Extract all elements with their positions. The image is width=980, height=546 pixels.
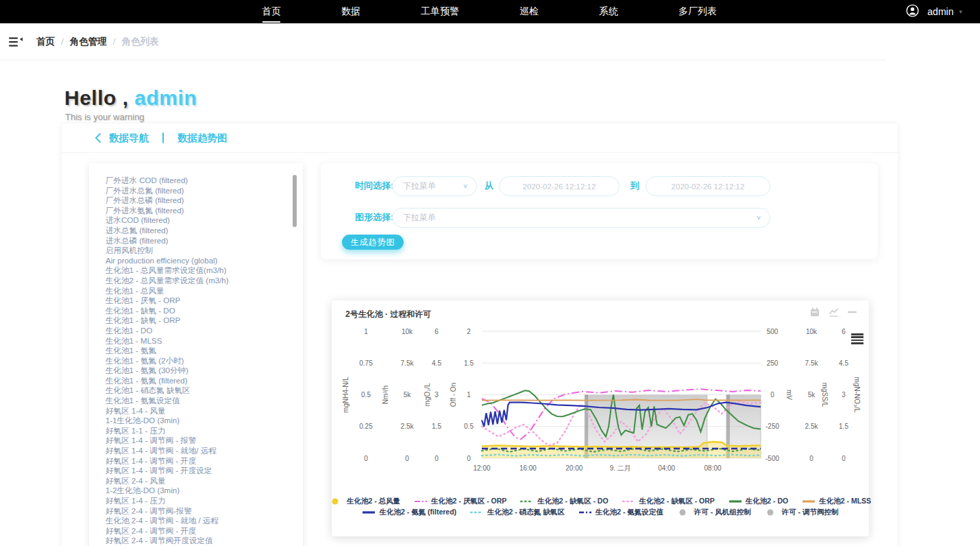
trend-icon[interactable] — [829, 308, 839, 317]
list-item[interactable]: 生化池 2-4 - 调节阀 - 就地 / 远程 — [106, 516, 303, 526]
time-range-dropdown[interactable]: 下拉菜单 ∨ — [392, 176, 477, 196]
legend-marker-icon — [677, 509, 691, 516]
user-name: admin — [927, 6, 953, 17]
svg-text:0: 0 — [467, 455, 471, 462]
time-select-label: 时间选择: — [355, 176, 393, 196]
svg-text:Off - On: Off - On — [450, 383, 457, 407]
svg-text:6: 6 — [842, 328, 846, 335]
list-item[interactable]: 1-2生化池-DO (3min) — [106, 486, 303, 496]
list-scrollbar-thumb[interactable] — [293, 175, 297, 227]
svg-text:12:00: 12:00 — [473, 464, 490, 472]
legend-marker-icon — [802, 498, 816, 505]
generate-trend-button[interactable]: 生成趋势图 — [342, 235, 404, 250]
list-item[interactable]: 生化池1 - 氨氮 (filtered) — [106, 376, 303, 386]
legend-item[interactable]: 生化池2 - 缺氧区 - ORP — [622, 497, 715, 506]
legend-marker-icon — [578, 509, 592, 516]
legend-label: 生化池2 - MLSS — [819, 497, 871, 506]
list-item[interactable]: 生化池1 - MLSS — [106, 336, 303, 346]
list-item[interactable]: 生化池1 - DO — [106, 326, 303, 336]
list-item[interactable]: 厂外进水 COD (filtered) — [106, 176, 303, 186]
list-item[interactable]: 生化池1 - 硝态氮 缺氧区 — [106, 385, 303, 396]
list-item[interactable]: Air production efficiency (global) — [106, 256, 303, 266]
svg-text:500: 500 — [767, 328, 779, 335]
legend-item[interactable]: 生化池2 - 总风量 — [330, 497, 400, 506]
graph-dropdown[interactable]: 下拉菜单 ∨ — [392, 208, 770, 228]
svg-text:0: 0 — [770, 391, 774, 399]
list-item[interactable]: 好氧区 2-4 - 调节阀开度设定值 — [106, 536, 303, 546]
svg-text:5k: 5k — [808, 391, 816, 399]
svg-text:1: 1 — [364, 328, 368, 335]
nav-item-5[interactable]: 多厂列表 — [678, 5, 717, 18]
legend-label: 生化池2 - 氨氮设定值 — [596, 508, 663, 517]
legend-item[interactable]: 生化池2 - 缺氧区 - DO — [520, 497, 608, 506]
list-item[interactable]: 生化池1 - 氨氮 (30分钟) — [106, 366, 303, 376]
tab-data-trend[interactable]: 数据趋势图 — [177, 132, 228, 145]
list-item[interactable]: 生化池1 - 缺氧 - DO — [106, 306, 303, 316]
list-item[interactable]: 进水COD (filtered) — [106, 215, 303, 226]
legend-item[interactable]: 生化池2 - MLSS — [802, 497, 871, 506]
top-navbar: 首页数据工单预警巡检系统多厂列表 admin ▾ — [0, 0, 980, 23]
chart-toolbar — [810, 307, 857, 317]
list-item[interactable]: 1-1生化池-DO (3min) — [106, 416, 303, 426]
list-item[interactable]: 好氧区 2-4 - 调节阀-报警 — [106, 506, 303, 517]
nav-item-4[interactable]: 系统 — [599, 5, 618, 18]
from-datetime-input[interactable] — [500, 182, 619, 191]
list-item[interactable]: 好氧区 1-4 - 风量 — [106, 406, 303, 416]
legend-marker-icon — [728, 498, 742, 505]
to-datetime-input[interactable] — [646, 182, 770, 191]
svg-text:1.5: 1.5 — [464, 359, 474, 367]
nav-item-3[interactable]: 巡检 — [519, 5, 539, 18]
list-item[interactable]: 好氧区 2-4 - 调节阀 - 开度 — [106, 526, 303, 536]
list-item[interactable]: 好氧区 1-4 - 压力 — [106, 496, 303, 506]
trend-chart: 10.750.50.250mgNH4-N/L10k7.5k5k2.5k0Nm³/… — [332, 322, 869, 484]
legend-item[interactable]: 生化池2 - 厌氧区 - ORP — [414, 497, 506, 506]
list-item[interactable]: 进水总磷 (filtered) — [106, 236, 303, 246]
list-item[interactable]: 生化池1 - 氨氮 (2小时) — [106, 356, 303, 366]
list-item[interactable]: 生化池1 - 氨氮设定值 — [106, 396, 303, 406]
nav-item-1[interactable]: 数据 — [341, 5, 360, 18]
back-chevron-icon[interactable] — [95, 133, 101, 143]
to-datetime-field — [646, 176, 770, 196]
legend-item[interactable]: 生化池2 - 氨氮 (filtered) — [362, 508, 456, 517]
legend-item[interactable]: 生化池2 - 氨氮设定值 — [578, 508, 663, 517]
list-item[interactable]: 进水总氮 (filtered) — [106, 226, 303, 236]
legend-item[interactable]: 生化池2 - 硝态氮 缺氧区 — [470, 508, 565, 517]
legend-label: 生化池2 - 硝态氮 缺氧区 — [487, 508, 565, 517]
list-item[interactable]: 好氧区 2-4 - 风量 — [106, 476, 303, 486]
list-item[interactable]: 好氧区 1-4 - 调节阀 - 开度 — [106, 456, 303, 466]
user-menu[interactable]: admin ▾ — [906, 0, 962, 23]
hamburger-menu-icon[interactable] — [851, 333, 863, 346]
list-item[interactable]: 生化池1 - 总风量 — [106, 286, 303, 296]
list-item[interactable]: 生化池1 - 氨氮 — [106, 346, 303, 356]
main-card: 数据导航 数据趋势图 厂外进水 COD (filtered)厂外进水总氮 (fi… — [62, 123, 898, 546]
list-item[interactable]: 生化池2 - 总风量需求设定值 (m3/h) — [106, 276, 303, 286]
list-item[interactable]: 生化池1 - 缺氧 - ORP — [106, 316, 303, 326]
list-item[interactable]: 启用风机控制 — [106, 246, 303, 256]
list-item[interactable]: 好氧区 1-4 - 调节阀 - 开度设定 — [106, 466, 303, 476]
list-item[interactable]: 好氧区 1-4 - 调节阀 - 报警 — [106, 436, 303, 446]
minimize-icon[interactable] — [848, 311, 857, 313]
list-item[interactable]: 生化池1 - 总风量需求设定值(m3/h) — [106, 265, 303, 276]
breadcrumb-item-1[interactable]: 角色管理 — [70, 36, 107, 48]
breadcrumb-item-0[interactable]: 首页 — [36, 36, 55, 48]
list-item[interactable]: 厂外进水氨氮 (filtered) — [106, 206, 303, 216]
menu-collapse-icon[interactable] — [9, 36, 23, 47]
nav-item-2[interactable]: 工单预警 — [421, 5, 459, 18]
list-item[interactable]: 好氧区 1-4 - 调节阀 - 就地/ 远程 — [106, 446, 303, 456]
svg-text:9. 二月: 9. 二月 — [610, 464, 631, 472]
nav-item-0[interactable]: 首页 — [262, 5, 281, 18]
svg-text:mgN-NO₃/L: mgN-NO₃/L — [853, 377, 861, 413]
list-item[interactable]: 厂外进水总磷 (filtered) — [106, 195, 303, 206]
calendar-icon[interactable] — [810, 307, 820, 317]
svg-text:5k: 5k — [404, 391, 412, 399]
svg-text:2: 2 — [467, 328, 471, 335]
legend-item[interactable]: 生化池2 - DO — [728, 497, 788, 506]
legend-item[interactable]: 许可 - 风机组控制 — [677, 508, 751, 517]
svg-text:10k: 10k — [402, 328, 413, 335]
legend-item[interactable]: 许可 - 调节阀控制 — [765, 508, 839, 517]
list-item[interactable]: 好氧区 1-1 - 压力 — [106, 426, 303, 436]
breadcrumb-separator: / — [113, 36, 116, 47]
tab-data-nav[interactable]: 数据导航 — [109, 132, 149, 145]
list-item[interactable]: 生化池1 - 厌氧 - ORP — [106, 296, 303, 306]
list-item[interactable]: 厂外进水总氮 (filtered) — [106, 186, 303, 196]
